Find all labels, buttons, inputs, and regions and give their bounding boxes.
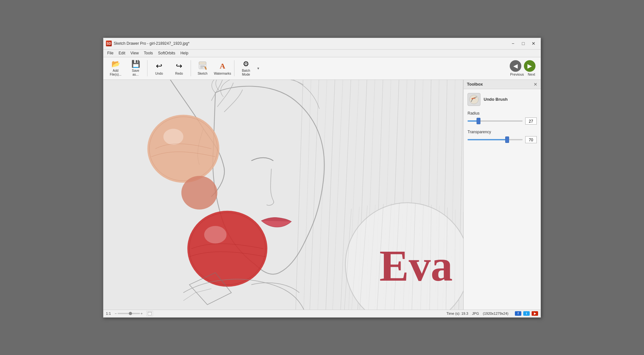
tool-item-undo-brush: Undo Brush [468, 93, 537, 106]
app-window: SD Sketch Drawer Pro - girl-2189247_1920… [103, 38, 541, 318]
sketch-label: Sketch [198, 72, 208, 76]
page-selector-icon[interactable] [147, 311, 153, 316]
svg-rect-54 [148, 312, 152, 315]
add-files-icon: 📂 [110, 60, 121, 68]
transparency-value[interactable]: 70 [525, 136, 537, 143]
watermarks-button[interactable]: A Watermarks [213, 59, 232, 78]
svg-point-52 [469, 95, 478, 104]
toolbar-separator-2 [191, 60, 191, 76]
transparency-track[interactable] [468, 139, 523, 140]
zoom-level: 1:1 [106, 312, 111, 315]
status-time: Time (s): 19.3 [447, 312, 468, 315]
toolbox-header: Toolbox ✕ [464, 80, 541, 89]
svg-point-32 [204, 226, 227, 243]
sketch-image: Eva [103, 80, 463, 310]
redo-label: Redo [175, 72, 183, 76]
svg-point-29 [163, 129, 183, 145]
app-icon: SD [106, 41, 112, 46]
transparency-section: Transparency 70 [468, 130, 537, 143]
redo-icon: ↪ [174, 61, 184, 71]
toolbox-title: Toolbox [467, 82, 483, 87]
radius-section: Radius 27 [468, 111, 537, 125]
title-bar: SD Sketch Drawer Pro - girl-2189247_1920… [103, 38, 541, 50]
zoom-controls[interactable]: − + [115, 312, 143, 315]
watermarks-label: Watermarks [214, 72, 231, 76]
menu-view[interactable]: View [128, 50, 141, 56]
menu-softorbits[interactable]: SoftOrbits [156, 50, 178, 56]
nav-labels: Previous Next [510, 72, 535, 76]
toolbar-separator-3 [234, 60, 234, 76]
radius-slider-row: 27 [468, 117, 537, 125]
save-as-button[interactable]: 💾 Saveas... [126, 59, 145, 78]
youtube-icon[interactable]: ▶ [532, 311, 538, 316]
status-social-icons: f t ▶ [515, 311, 538, 316]
zoom-thumb[interactable] [129, 312, 132, 315]
transparency-slider-row: 70 [468, 136, 537, 143]
status-dimensions: (1920x1279x24) [483, 312, 508, 315]
previous-button[interactable]: ◀ [510, 60, 521, 72]
next-label: Next [528, 72, 535, 76]
zoom-minus-icon[interactable]: − [115, 312, 117, 315]
status-format: JPG [472, 312, 479, 315]
menu-file[interactable]: File [105, 50, 116, 56]
toolbar-dropdown[interactable]: ▼ [256, 59, 260, 78]
undo-brush-svg-icon [469, 94, 479, 105]
radius-thumb[interactable] [477, 118, 480, 124]
minimize-button[interactable]: − [508, 40, 517, 47]
undo-button[interactable]: ↩ Undo [149, 59, 169, 78]
menu-bar: File Edit View Tools SoftOrbits Help [103, 50, 541, 57]
add-files-button[interactable]: 📂 AddFile(s)... [106, 59, 125, 78]
transparency-fill [468, 139, 507, 140]
radius-value[interactable]: 27 [525, 117, 537, 125]
window-title: Sketch Drawer Pro - girl-2189247_1920.jp… [114, 41, 508, 46]
svg-point-31 [187, 210, 267, 286]
next-button[interactable]: ▶ [524, 60, 535, 72]
zoom-plus-icon[interactable]: + [141, 312, 143, 315]
batch-mode-icon: ⚙ [241, 60, 251, 68]
toolbox-close-button[interactable]: ✕ [534, 82, 537, 87]
close-button[interactable]: ✕ [529, 40, 538, 47]
radius-label: Radius [468, 111, 537, 116]
redo-button[interactable]: ↪ Redo [169, 59, 189, 78]
sketch-icon [197, 61, 208, 71]
toolbox-panel: Toolbox ✕ [463, 80, 541, 310]
batch-mode-label: BatchMode [242, 69, 250, 77]
sketch-svg: Eva [103, 80, 463, 310]
main-area: Eva Toolbox ✕ [103, 80, 541, 310]
sketch-button[interactable]: Sketch [193, 59, 212, 78]
save-as-icon: 💾 [130, 60, 141, 68]
menu-tools[interactable]: Tools [141, 50, 156, 56]
svg-point-28 [147, 115, 220, 182]
transparency-thumb[interactable] [505, 136, 509, 143]
tool-name: Undo Brush [484, 97, 507, 102]
undo-icon: ↩ [154, 61, 164, 71]
canvas-area[interactable]: Eva [103, 80, 463, 310]
facebook-icon[interactable]: f [515, 311, 521, 316]
save-as-label: Saveas... [132, 69, 139, 77]
radius-track[interactable] [468, 120, 523, 122]
nav-buttons: ◀ ▶ [510, 60, 535, 72]
toolbox-body: Undo Brush Radius 27 Transparency [464, 89, 541, 310]
navigation-section: ◀ ▶ Previous Next [510, 60, 535, 76]
watermarks-icon: A [217, 61, 228, 71]
status-bar: 1:1 − + Time (s): 19.3 JPG (1920x1279x24… [103, 310, 541, 317]
batch-mode-button[interactable]: ⚙ BatchMode [236, 59, 256, 78]
menu-edit[interactable]: Edit [116, 50, 128, 56]
svg-point-34 [181, 176, 217, 209]
svg-text:Eva: Eva [379, 241, 453, 290]
undo-label: Undo [155, 72, 163, 76]
maximize-button[interactable]: □ [519, 40, 528, 47]
undo-brush-icon-box [468, 93, 480, 106]
previous-label: Previous [510, 72, 524, 76]
toolbar-separator-1 [147, 60, 147, 76]
svg-rect-1 [199, 62, 206, 64]
twitter-icon[interactable]: t [523, 311, 530, 316]
transparency-label: Transparency [468, 130, 537, 134]
window-controls: − □ ✕ [508, 40, 538, 47]
zoom-slider[interactable] [118, 313, 140, 314]
toolbar: 📂 AddFile(s)... 💾 Saveas... ↩ Undo ↪ Red… [103, 57, 541, 80]
menu-help[interactable]: Help [178, 50, 191, 56]
add-files-label: AddFile(s)... [110, 69, 121, 77]
